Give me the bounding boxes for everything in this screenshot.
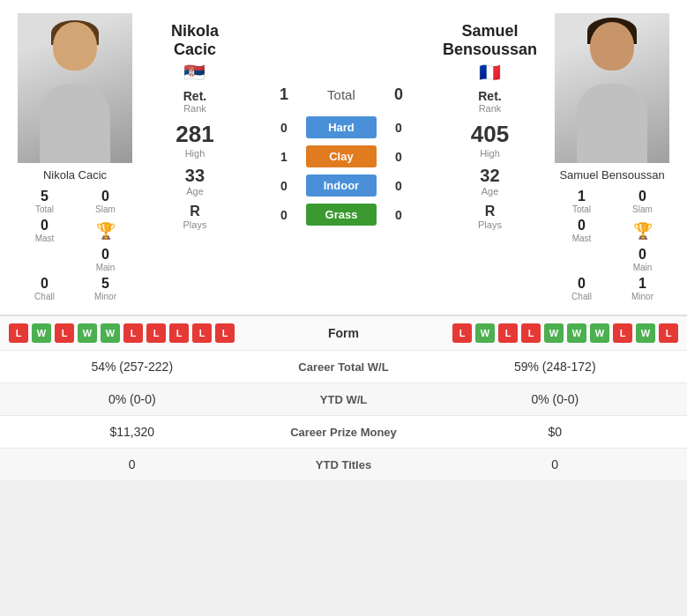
left-stat-minor: 5 Minor [78,276,132,301]
left-form-badges: LWLWWLLLLL [9,323,282,343]
right-form-badge: L [521,323,541,343]
grass-score-left: 0 [271,208,297,222]
stats-left-2: $11,320 [9,425,256,439]
right-body [577,84,647,163]
left-high-row: 281 High [175,121,213,159]
indoor-score-left: 0 [271,179,297,193]
stats-row: 54% (257-222) Career Total W/L 59% (248-… [0,350,687,382]
surface-grass-row: 0 Grass 0 [271,204,412,226]
left-plays-row: R Plays [183,204,207,230]
left-trophy-row: 🏆 [78,219,132,241]
right-stat-minor: 1 Minor [616,276,669,301]
stats-left-1: 0% (0-0) [9,392,256,406]
left-form-badge: L [192,323,212,343]
right-stats-grid: 1 Total 0 Slam 0 Mast 🏆 0 Main [555,189,669,301]
stats-right-3: 0 [432,457,679,471]
left-form-badge: L [9,323,28,343]
left-head [53,22,97,71]
right-trophy-row: 🏆 [616,219,669,241]
right-player-name-below: Samuel Bensoussan [559,168,664,182]
main-container: Nikola Cacic 5 Total 0 Slam 0 Mast 🏆 [0,0,687,480]
stats-right-0: 59% (248-172) [432,360,679,374]
right-trophy-icon: 🏆 [633,221,653,241]
left-stat-chall: 0 Chall [18,276,71,301]
left-age-row: 33 Age [185,166,205,197]
right-form-badge: W [475,323,495,343]
form-row: LWLWWLLLLL Form LWLLWWWLWL [0,315,687,350]
grass-button[interactable]: Grass [306,204,377,226]
left-name-header: Nikola Cacic 🇷🇸 [150,13,240,85]
stats-center-1: YTD W/L [256,393,432,406]
clay-button[interactable]: Clay [306,145,377,167]
right-form-badge: L [613,323,632,343]
stats-right-1: 0% (0-0) [432,392,679,406]
stats-left-3: 0 [9,457,256,471]
right-form-badge: W [590,323,609,343]
hard-button[interactable]: Hard [306,116,377,138]
stats-row: $11,320 Career Prize Money $0 [0,415,687,448]
stats-rows-container: 54% (257-222) Career Total W/L 59% (248-… [0,350,687,480]
middle-surface-col: 1 Total 0 0 Hard 0 1 Clay 0 0 Indoor 0 0 [240,9,443,306]
left-form-badge: L [169,323,189,343]
grass-score-right: 0 [385,208,412,222]
stats-center-3: YTD Titles [256,458,432,471]
stats-right-2: $0 [432,425,679,439]
left-rank-row: Ret. Rank [183,89,206,114]
right-player-col: Samuel Bensoussan 1 Total 0 Slam 0 Mast … [537,9,687,306]
bottom-section: LWLWWLLLLL Form LWLLWWWLWL 54% (257-222)… [0,315,687,480]
right-stat-chall: 0 Chall [555,276,609,301]
left-player-col: Nikola Cacic 5 Total 0 Slam 0 Mast 🏆 [0,9,150,306]
left-stats-grid: 5 Total 0 Slam 0 Mast 🏆 0 Main [18,189,132,301]
right-name-header: Samuel Bensoussan 🇫🇷 [443,13,537,85]
right-player-name-top: Samuel Bensoussan [443,22,537,59]
form-label: Form [282,326,406,340]
left-trophy-icon: 🏆 [96,221,116,241]
right-center-stats: Samuel Bensoussan 🇫🇷 Ret. Rank 405 High … [443,9,537,306]
stats-row: 0% (0-0) YTD W/L 0% (0-0) [0,382,687,415]
left-stat-main: 0 Main [78,247,132,272]
right-stat-mast: 0 Mast [555,218,609,243]
left-form-badge: L [215,323,235,343]
left-player-name-below: Nikola Cacic [43,168,107,182]
left-center-stats: Nikola Cacic 🇷🇸 Ret. Rank 281 High 33 Ag… [150,9,240,306]
left-stat-slam: 0 Slam [78,189,132,214]
top-section: Nikola Cacic 5 Total 0 Slam 0 Mast 🏆 [0,0,687,315]
clay-score-right: 0 [385,150,412,164]
right-flag: 🇫🇷 [479,62,501,83]
right-form-badge: W [567,323,586,343]
total-row: 1 Total 0 [271,85,412,104]
total-label: Total [306,87,377,102]
left-flag: 🇷🇸 [183,62,205,83]
left-form-badge: W [101,323,120,343]
left-stat-mast: 0 Mast [18,218,71,243]
left-form-badge: W [78,323,97,343]
total-score-right: 0 [385,85,412,104]
indoor-score-right: 0 [385,179,412,193]
right-form-badge: L [452,323,472,343]
right-form-badges: LWLLWWWLWL [406,323,679,343]
left-form-badge: L [55,323,74,343]
right-high-row: 405 High [471,121,509,159]
left-player-name-top: Nikola Cacic [150,22,240,59]
left-body [40,84,110,163]
hard-score-left: 0 [271,121,297,135]
surface-clay-row: 1 Clay 0 [271,145,412,167]
hard-score-right: 0 [385,121,412,135]
stats-row: 0 YTD Titles 0 [0,448,687,480]
left-form-badge: W [32,323,51,343]
surface-hard-row: 0 Hard 0 [271,116,412,138]
right-stat-total: 1 Total [555,189,609,214]
right-stat-main: 0 Main [616,247,669,272]
right-plays-row: R Plays [478,204,502,230]
right-form-badge: L [498,323,518,343]
indoor-button[interactable]: Indoor [306,174,377,197]
total-score-left: 1 [271,85,297,104]
left-stat-total: 5 Total [18,189,71,214]
right-form-badge: W [636,323,655,343]
right-rank-row: Ret. Rank [478,89,501,114]
left-form-badge: L [123,323,143,343]
stats-left-0: 54% (257-222) [9,360,256,374]
left-player-photo [18,13,132,163]
right-head [590,22,634,71]
right-player-photo [555,13,669,163]
